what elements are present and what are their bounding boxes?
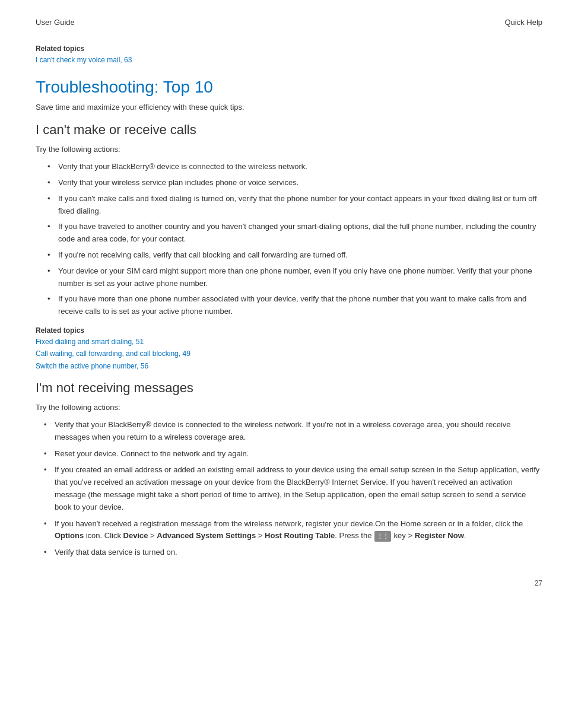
switch-phone-link[interactable]: Switch the active phone number, 56 (36, 360, 542, 372)
list-item: Verify that data service is turned on. (42, 546, 542, 559)
messages-list: Verify that your BlackBerry® device is c… (42, 419, 542, 559)
bullet4-period: . Press the (335, 531, 374, 540)
messages-heading: I'm not receiving messages (36, 380, 542, 396)
bullet4-host: Host Routing Table (265, 531, 335, 540)
bullet4-end: key > (392, 531, 415, 540)
header-left: User Guide (36, 18, 75, 27)
related-topics-top: Related topics I can't check my voice ma… (36, 44, 542, 66)
make-calls-list: Verify that your BlackBerry® device is c… (47, 161, 542, 318)
bullet4-device: Device (123, 531, 148, 540)
list-item: Verify that your BlackBerry® device is c… (47, 161, 542, 173)
make-calls-heading: I can't make or receive calls (36, 122, 542, 138)
fixed-dialing-link[interactable]: Fixed dialing and smart dialing, 51 (36, 336, 542, 348)
list-item: If you're not receiving calls, verify th… (47, 249, 542, 262)
bullet4-register: Register Now (415, 531, 464, 540)
list-item: Reset your device. Connect to the networ… (42, 448, 542, 460)
bullet4-dot: . (464, 531, 466, 540)
troubleshooting-title: Troubleshooting: Top 10 (36, 78, 542, 97)
page-number: 27 (535, 579, 542, 587)
menu-icon: ⋮⋮ (374, 531, 391, 542)
related-topics-top-label: Related topics (36, 44, 542, 53)
list-item: If you have traveled to another country … (47, 221, 542, 246)
messages-intro: Try the following actions: (36, 402, 542, 414)
list-item: Your device or your SIM card might suppo… (47, 265, 542, 290)
header-right: Quick Help (504, 18, 542, 27)
bullet4-before: If you haven't received a registration m… (55, 519, 523, 528)
list-item: Verify that your BlackBerry® device is c… (42, 419, 542, 444)
troubleshooting-subtitle: Save time and maximize your efficiency w… (36, 103, 542, 112)
list-item: If you can't make calls and fixed dialin… (47, 193, 542, 218)
bullet4-gt2: > (256, 531, 265, 540)
list-item: If you have more than one phone number a… (47, 293, 542, 318)
list-item: Verify that your wireless service plan i… (47, 177, 542, 189)
list-item: If you haven't received a registration m… (42, 518, 542, 543)
make-calls-intro: Try the following actions: (36, 144, 542, 156)
related-topics-calls-label: Related topics (36, 326, 542, 335)
bullet4-advanced: Advanced System Settings (157, 531, 256, 540)
bullet4-options: Options (55, 531, 84, 540)
bullet4-middle1: icon. Click (84, 531, 123, 540)
list-item: If you created an email address or added… (42, 464, 542, 513)
voice-mail-link[interactable]: I can't check my voice mail, 63 (36, 54, 542, 66)
bullet4-gt1: > (148, 531, 157, 540)
call-waiting-link[interactable]: Call waiting, call forwarding, and call … (36, 348, 542, 360)
related-topics-calls: Related topics Fixed dialing and smart d… (36, 326, 542, 372)
